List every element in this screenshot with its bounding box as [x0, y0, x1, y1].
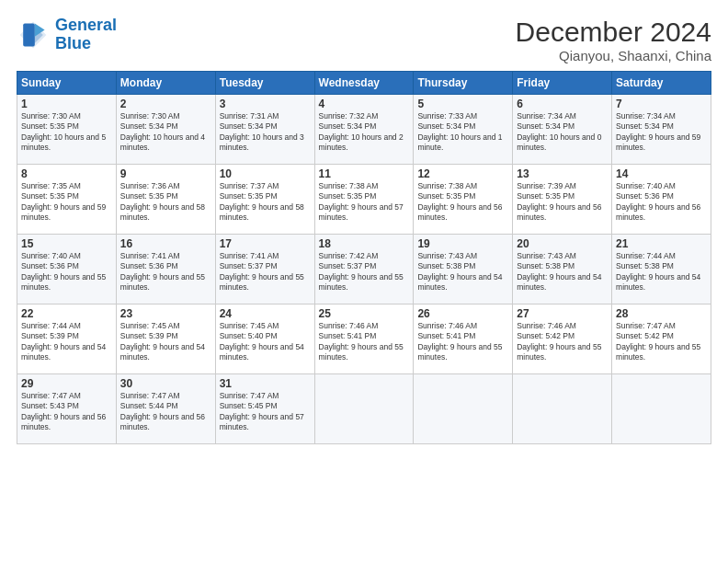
day-number: 9	[120, 167, 211, 180]
day-number: 16	[120, 237, 211, 250]
day-number: 7	[616, 98, 707, 110]
cell-content: Sunrise: 7:47 AMSunset: 5:43 PMDaylight:…	[21, 391, 112, 433]
header-thursday: Thursday	[414, 72, 513, 95]
cell-content: Sunrise: 7:43 AMSunset: 5:38 PMDaylight:…	[517, 251, 608, 293]
calendar-cell: 6 Sunrise: 7:34 AMSunset: 5:34 PMDayligh…	[513, 95, 612, 165]
calendar-cell: 23 Sunrise: 7:45 AMSunset: 5:39 PMDaylig…	[116, 304, 215, 374]
cell-content: Sunrise: 7:47 AMSunset: 5:42 PMDaylight:…	[616, 321, 707, 363]
header-monday: Monday	[116, 72, 215, 95]
cell-content: Sunrise: 7:42 AMSunset: 5:37 PMDaylight:…	[319, 251, 410, 293]
logo-name: General Blue	[55, 17, 117, 53]
calendar-cell: 3 Sunrise: 7:31 AMSunset: 5:34 PMDayligh…	[215, 95, 314, 165]
calendar-cell: 9 Sunrise: 7:36 AMSunset: 5:35 PMDayligh…	[116, 165, 215, 235]
day-number: 30	[120, 377, 211, 390]
calendar-cell: 28 Sunrise: 7:47 AMSunset: 5:42 PMDaylig…	[612, 304, 711, 374]
cell-content: Sunrise: 7:40 AMSunset: 5:36 PMDaylight:…	[616, 181, 707, 224]
cell-content: Sunrise: 7:39 AMSunset: 5:35 PMDaylight:…	[517, 181, 608, 224]
cell-content: Sunrise: 7:38 AMSunset: 5:35 PMDaylight:…	[417, 181, 508, 224]
day-number: 4	[319, 98, 410, 110]
cell-content: Sunrise: 7:46 AMSunset: 5:41 PMDaylight:…	[319, 321, 410, 363]
cell-content: Sunrise: 7:33 AMSunset: 5:34 PMDaylight:…	[417, 111, 508, 154]
day-number: 12	[417, 167, 508, 180]
calendar-cell: 30 Sunrise: 7:47 AMSunset: 5:44 PMDaylig…	[116, 374, 215, 444]
cell-content: Sunrise: 7:45 AMSunset: 5:39 PMDaylight:…	[120, 321, 211, 363]
cell-content: Sunrise: 7:34 AMSunset: 5:34 PMDaylight:…	[517, 111, 608, 154]
calendar-cell: 17 Sunrise: 7:41 AMSunset: 5:37 PMDaylig…	[215, 235, 314, 304]
day-number: 13	[517, 167, 608, 180]
week-row-5: 29 Sunrise: 7:47 AMSunset: 5:43 PMDaylig…	[17, 374, 711, 444]
day-number: 21	[616, 237, 707, 250]
calendar-cell: 31 Sunrise: 7:47 AMSunset: 5:45 PMDaylig…	[215, 374, 314, 444]
calendar-cell: 27 Sunrise: 7:46 AMSunset: 5:42 PMDaylig…	[513, 304, 612, 374]
calendar-cell: 16 Sunrise: 7:41 AMSunset: 5:36 PMDaylig…	[116, 235, 215, 304]
day-number: 24	[220, 307, 311, 320]
cell-content: Sunrise: 7:37 AMSunset: 5:35 PMDaylight:…	[220, 181, 311, 224]
cell-content: Sunrise: 7:47 AMSunset: 5:45 PMDaylight:…	[220, 391, 311, 433]
location-subtitle: Qianyou, Shaanxi, China	[516, 48, 711, 63]
calendar-cell: 18 Sunrise: 7:42 AMSunset: 5:37 PMDaylig…	[314, 235, 414, 304]
day-number: 20	[517, 237, 608, 250]
day-number: 15	[21, 237, 112, 250]
calendar-cell: 2 Sunrise: 7:30 AMSunset: 5:34 PMDayligh…	[116, 95, 215, 165]
week-row-1: 1 Sunrise: 7:30 AMSunset: 5:35 PMDayligh…	[17, 95, 711, 165]
day-number: 1	[21, 98, 112, 110]
cell-content: Sunrise: 7:44 AMSunset: 5:39 PMDaylight:…	[21, 321, 112, 363]
cell-content: Sunrise: 7:41 AMSunset: 5:36 PMDaylight:…	[120, 251, 211, 293]
cell-content: Sunrise: 7:32 AMSunset: 5:34 PMDaylight:…	[319, 111, 410, 154]
calendar-cell: 29 Sunrise: 7:47 AMSunset: 5:43 PMDaylig…	[17, 374, 117, 444]
calendar-cell	[314, 374, 414, 444]
day-number: 3	[220, 98, 311, 110]
calendar-cell: 13 Sunrise: 7:39 AMSunset: 5:35 PMDaylig…	[513, 165, 612, 235]
day-number: 8	[21, 167, 112, 180]
week-row-3: 15 Sunrise: 7:40 AMSunset: 5:36 PMDaylig…	[17, 235, 711, 304]
calendar-cell: 1 Sunrise: 7:30 AMSunset: 5:35 PMDayligh…	[17, 95, 117, 165]
cell-content: Sunrise: 7:38 AMSunset: 5:35 PMDaylight:…	[319, 181, 410, 224]
calendar-cell: 25 Sunrise: 7:46 AMSunset: 5:41 PMDaylig…	[314, 304, 414, 374]
day-number: 14	[616, 167, 707, 180]
day-number: 10	[220, 167, 311, 180]
logo-icon	[17, 18, 50, 52]
cell-content: Sunrise: 7:46 AMSunset: 5:41 PMDaylight:…	[417, 321, 508, 363]
day-number: 22	[21, 307, 112, 320]
cell-content: Sunrise: 7:30 AMSunset: 5:35 PMDaylight:…	[21, 111, 112, 154]
cell-content: Sunrise: 7:44 AMSunset: 5:38 PMDaylight:…	[616, 251, 707, 293]
calendar-cell: 5 Sunrise: 7:33 AMSunset: 5:34 PMDayligh…	[414, 95, 513, 165]
calendar-table: SundayMondayTuesdayWednesdayThursdayFrid…	[17, 71, 711, 444]
cell-content: Sunrise: 7:36 AMSunset: 5:35 PMDaylight:…	[120, 181, 211, 224]
day-number: 26	[417, 307, 508, 320]
calendar-cell: 24 Sunrise: 7:45 AMSunset: 5:40 PMDaylig…	[215, 304, 314, 374]
day-number: 11	[319, 167, 410, 180]
header-friday: Friday	[513, 72, 612, 95]
day-number: 23	[120, 307, 211, 320]
calendar-cell: 19 Sunrise: 7:43 AMSunset: 5:38 PMDaylig…	[414, 235, 513, 304]
calendar-cell: 8 Sunrise: 7:35 AMSunset: 5:35 PMDayligh…	[17, 165, 117, 235]
calendar-cell: 12 Sunrise: 7:38 AMSunset: 5:35 PMDaylig…	[414, 165, 513, 235]
calendar-cell: 14 Sunrise: 7:40 AMSunset: 5:36 PMDaylig…	[612, 165, 711, 235]
day-number: 17	[220, 237, 311, 250]
day-number: 29	[21, 377, 112, 390]
title-block: December 2024 Qianyou, Shaanxi, China	[516, 17, 711, 63]
day-number: 31	[220, 377, 311, 390]
header: General Blue December 2024 Qianyou, Shaa…	[17, 17, 711, 63]
header-tuesday: Tuesday	[215, 72, 314, 95]
cell-content: Sunrise: 7:45 AMSunset: 5:40 PMDaylight:…	[220, 321, 311, 363]
cell-content: Sunrise: 7:43 AMSunset: 5:38 PMDaylight:…	[417, 251, 508, 293]
page: General Blue December 2024 Qianyou, Shaa…	[0, 0, 728, 563]
calendar-cell: 11 Sunrise: 7:38 AMSunset: 5:35 PMDaylig…	[314, 165, 414, 235]
day-number: 28	[616, 307, 707, 320]
cell-content: Sunrise: 7:30 AMSunset: 5:34 PMDaylight:…	[120, 111, 211, 154]
svg-rect-3	[23, 23, 35, 46]
day-number: 6	[517, 98, 608, 110]
cell-content: Sunrise: 7:31 AMSunset: 5:34 PMDaylight:…	[220, 111, 311, 154]
header-sunday: Sunday	[17, 72, 117, 95]
cell-content: Sunrise: 7:35 AMSunset: 5:35 PMDaylight:…	[21, 181, 112, 224]
calendar-cell	[414, 374, 513, 444]
calendar-cell: 22 Sunrise: 7:44 AMSunset: 5:39 PMDaylig…	[17, 304, 117, 374]
cell-content: Sunrise: 7:40 AMSunset: 5:36 PMDaylight:…	[21, 251, 112, 293]
calendar-cell: 10 Sunrise: 7:37 AMSunset: 5:35 PMDaylig…	[215, 165, 314, 235]
cell-content: Sunrise: 7:46 AMSunset: 5:42 PMDaylight:…	[517, 321, 608, 363]
logo: General Blue	[17, 17, 117, 53]
week-row-4: 22 Sunrise: 7:44 AMSunset: 5:39 PMDaylig…	[17, 304, 711, 374]
week-row-2: 8 Sunrise: 7:35 AMSunset: 5:35 PMDayligh…	[17, 165, 711, 235]
cell-content: Sunrise: 7:47 AMSunset: 5:44 PMDaylight:…	[120, 391, 211, 433]
